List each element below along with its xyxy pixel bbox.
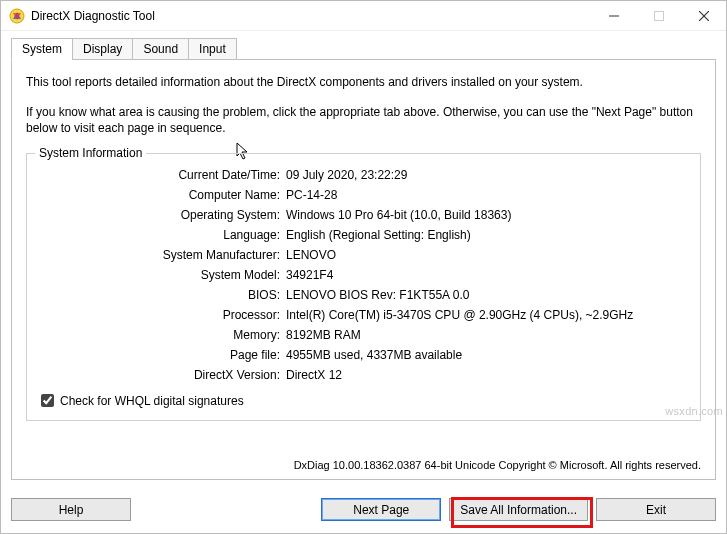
system-information-group: System Information Current Date/Time:09 … bbox=[26, 153, 701, 421]
value-model: 34921F4 bbox=[286, 266, 686, 284]
value-datetime: 09 July 2020, 23:22:29 bbox=[286, 166, 686, 184]
label-manufacturer: System Manufacturer: bbox=[41, 246, 286, 264]
label-lang: Language: bbox=[41, 226, 286, 244]
label-os: Operating System: bbox=[41, 206, 286, 224]
minimize-button[interactable] bbox=[591, 1, 636, 30]
value-memory: 8192MB RAM bbox=[286, 326, 686, 344]
svg-rect-2 bbox=[654, 11, 663, 20]
value-processor: Intel(R) Core(TM) i5-3470S CPU @ 2.90GHz… bbox=[286, 306, 686, 324]
label-processor: Processor: bbox=[41, 306, 286, 324]
tab-panel-system: This tool reports detailed information a… bbox=[11, 59, 716, 480]
tab-system[interactable]: System bbox=[11, 38, 73, 60]
window-buttons bbox=[591, 1, 726, 30]
titlebar: DirectX Diagnostic Tool bbox=[1, 1, 726, 31]
label-pagefile: Page file: bbox=[41, 346, 286, 364]
next-page-button[interactable]: Next Page bbox=[321, 498, 441, 521]
label-bios: BIOS: bbox=[41, 286, 286, 304]
intro-text-2: If you know what area is causing the pro… bbox=[26, 104, 701, 136]
tab-sound[interactable]: Sound bbox=[132, 38, 189, 60]
value-computer: PC-14-28 bbox=[286, 186, 686, 204]
label-model: System Model: bbox=[41, 266, 286, 284]
value-lang: English (Regional Setting: English) bbox=[286, 226, 686, 244]
whql-checkbox[interactable] bbox=[41, 394, 54, 407]
dxdiag-icon bbox=[9, 8, 25, 24]
value-pagefile: 4955MB used, 4337MB available bbox=[286, 346, 686, 364]
tab-strip: System Display Sound Input bbox=[11, 38, 716, 60]
value-os: Windows 10 Pro 64-bit (10.0, Build 18363… bbox=[286, 206, 686, 224]
dxdiag-window: DirectX Diagnostic Tool System Display S… bbox=[0, 0, 727, 534]
content-area: System Display Sound Input This tool rep… bbox=[1, 31, 726, 488]
label-dx: DirectX Version: bbox=[41, 366, 286, 384]
tab-input[interactable]: Input bbox=[188, 38, 237, 60]
label-computer: Computer Name: bbox=[41, 186, 286, 204]
maximize-button[interactable] bbox=[636, 1, 681, 30]
exit-button[interactable]: Exit bbox=[596, 498, 716, 521]
label-memory: Memory: bbox=[41, 326, 286, 344]
window-title: DirectX Diagnostic Tool bbox=[31, 9, 591, 23]
whql-label: Check for WHQL digital signatures bbox=[60, 394, 244, 408]
group-title: System Information bbox=[35, 146, 146, 160]
button-row: Help Next Page Save All Information... E… bbox=[1, 488, 726, 533]
label-datetime: Current Date/Time: bbox=[41, 166, 286, 184]
save-all-information-button[interactable]: Save All Information... bbox=[449, 498, 588, 521]
close-button[interactable] bbox=[681, 1, 726, 30]
footer-version: DxDiag 10.00.18362.0387 64-bit Unicode C… bbox=[26, 453, 701, 471]
intro-text-1: This tool reports detailed information a… bbox=[26, 74, 701, 90]
value-manufacturer: LENOVO bbox=[286, 246, 686, 264]
help-button[interactable]: Help bbox=[11, 498, 131, 521]
value-dx: DirectX 12 bbox=[286, 366, 686, 384]
tab-display[interactable]: Display bbox=[72, 38, 133, 60]
whql-check-row: Check for WHQL digital signatures bbox=[41, 394, 686, 408]
value-bios: LENOVO BIOS Rev: F1KT55A 0.0 bbox=[286, 286, 686, 304]
